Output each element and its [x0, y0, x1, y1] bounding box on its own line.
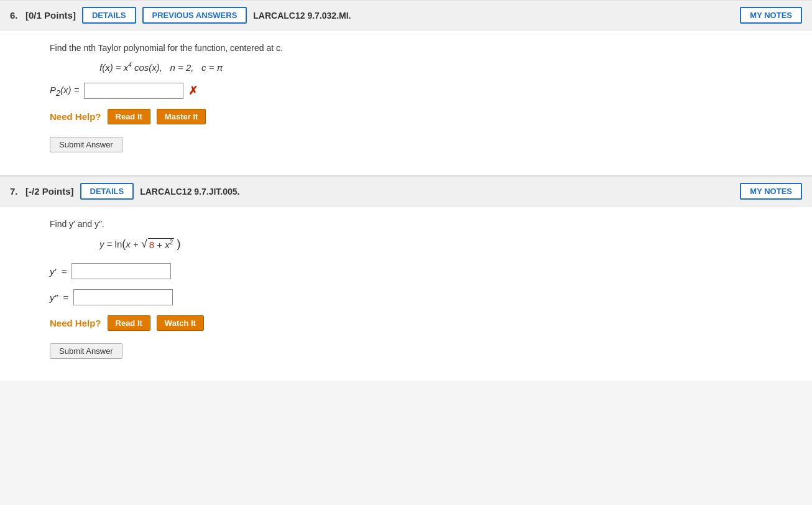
q6-code: LARCALC12 9.7.032.MI.: [253, 11, 351, 21]
q6-answer-label: P2(x) =: [50, 85, 79, 98]
q7-formula: y = ln(x + √ 8 + x2 ): [99, 238, 787, 251]
q7-ydprime-label: y″ =: [50, 292, 68, 303]
q7-read-it-button[interactable]: Read It: [108, 315, 150, 331]
q6-question-text: Find the nth Taylor polynomial for the f…: [50, 43, 787, 53]
q6-formula: f(x) = x4 cos(x), n = 2, c = π: [99, 62, 787, 73]
q7-num-text: 7.: [10, 186, 18, 197]
q7-body: Find y′ and y″. y = ln(x + √ 8 + x2 ) y′…: [0, 206, 812, 381]
q6-number: 6. [0/1 Points]: [10, 10, 76, 21]
q7-watch-it-button[interactable]: Watch It: [157, 315, 204, 331]
q6-num-text: 6.: [10, 10, 18, 21]
q7-ydprime-input[interactable]: [73, 289, 173, 305]
q7-header: 7. [-/2 Points] DETAILS LARCALC12 9.7.JI…: [0, 177, 812, 206]
q6-my-notes-button[interactable]: MY NOTES: [740, 7, 802, 24]
q6-need-help-row: Need Help? Read It Master It: [50, 109, 787, 124]
q7-my-notes-button[interactable]: MY NOTES: [740, 183, 802, 200]
q6-answer-input[interactable]: [84, 83, 183, 99]
q7-number: 7. [-/2 Points]: [10, 186, 74, 197]
q7-need-help-label: Need Help?: [50, 318, 101, 328]
q7-yprime-input[interactable]: [72, 263, 171, 279]
q7-code: LARCALC12 9.7.JIT.005.: [140, 187, 239, 197]
q6-prev-answers-button[interactable]: PREVIOUS ANSWERS: [142, 7, 247, 24]
q6-read-it-button[interactable]: Read It: [108, 109, 150, 124]
q7-submit-button[interactable]: Submit Answer: [50, 343, 122, 359]
q6-points: [0/1 Points]: [25, 10, 76, 21]
q6-submit-button[interactable]: Submit Answer: [50, 137, 122, 152]
q6-master-it-button[interactable]: Master It: [157, 109, 206, 124]
q6-answer-row: P2(x) = ✗: [50, 83, 787, 99]
q7-ydprime-row: y″ =: [50, 289, 787, 305]
q6-details-button[interactable]: DETAILS: [82, 7, 136, 24]
q6-wrong-icon: ✗: [188, 84, 198, 98]
q7-submit-row: Submit Answer: [50, 343, 787, 369]
q7-details-button[interactable]: DETAILS: [80, 183, 134, 200]
q7-sqrt: √ 8 + x2: [141, 238, 174, 250]
q7-yprime-row: y′ =: [50, 263, 787, 279]
q6-need-help-label: Need Help?: [50, 111, 101, 122]
q6-submit-row: Submit Answer: [50, 137, 787, 162]
question-6: 6. [0/1 Points] DETAILS PREVIOUS ANSWERS…: [0, 0, 812, 175]
q6-body: Find the nth Taylor polynomial for the f…: [0, 30, 812, 175]
q6-header: 6. [0/1 Points] DETAILS PREVIOUS ANSWERS…: [0, 1, 812, 30]
question-7: 7. [-/2 Points] DETAILS LARCALC12 9.7.JI…: [0, 176, 812, 381]
q7-need-help-row: Need Help? Read It Watch It: [50, 315, 787, 331]
q7-yprime-label: y′ =: [50, 266, 67, 277]
q7-points: [-/2 Points]: [25, 186, 74, 197]
q7-question-text: Find y′ and y″.: [50, 219, 787, 229]
